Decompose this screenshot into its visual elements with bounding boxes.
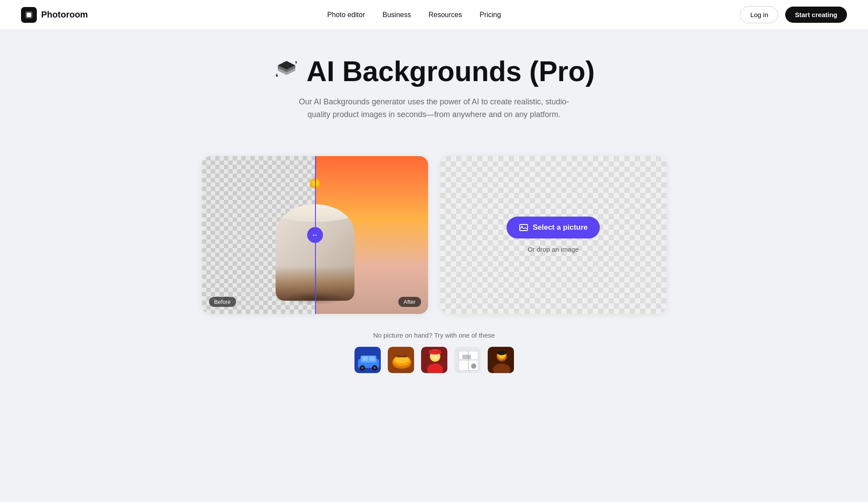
thumbnail-person-image xyxy=(421,347,447,373)
nav-actions: Log in Start creating xyxy=(740,6,847,23)
logo-text: Photoroom xyxy=(41,10,88,20)
thumbnail-design[interactable] xyxy=(453,346,482,374)
svg-point-45 xyxy=(497,351,506,355)
navbar: Photoroom Photo editor Business Resource… xyxy=(0,0,868,30)
thumbnail-car[interactable] xyxy=(354,346,382,374)
before-after-inner: ↔ Before After xyxy=(202,156,428,314)
svg-rect-11 xyxy=(520,224,528,231)
drop-label: Or drop an image xyxy=(528,246,579,253)
hero-subtitle: Our AI Backgrounds generator uses the po… xyxy=(298,96,570,121)
svg-point-25 xyxy=(395,356,409,363)
svg-point-19 xyxy=(361,367,364,369)
svg-rect-17 xyxy=(369,356,375,361)
logo-icon xyxy=(21,7,37,23)
nav-link-photo-editor[interactable]: Photo editor xyxy=(327,11,365,19)
select-picture-label: Select a picture xyxy=(533,223,588,232)
after-label: After xyxy=(398,297,421,307)
svg-point-21 xyxy=(373,367,376,369)
thumbnail-car-image xyxy=(354,347,381,373)
svg-rect-33 xyxy=(429,350,441,354)
nav-link-pricing[interactable]: Pricing xyxy=(479,11,501,19)
svg-rect-1 xyxy=(27,13,31,17)
start-creating-button[interactable]: Start creating xyxy=(785,7,847,23)
nav-link-resources[interactable]: Resources xyxy=(429,11,462,19)
thumbnail-food-image xyxy=(388,347,414,373)
before-after-panel: ↔ Before After xyxy=(202,156,428,314)
thumbnail-design-image xyxy=(454,347,481,373)
login-button[interactable]: Log in xyxy=(740,6,778,23)
thumbnail-food[interactable] xyxy=(387,346,415,374)
logo[interactable]: Photoroom xyxy=(21,7,88,23)
upload-panel[interactable]: Select a picture Or drop an image xyxy=(440,156,666,314)
thumbnails-row xyxy=(9,346,859,374)
thumbnail-portrait-image xyxy=(488,347,514,373)
main-content: ↔ Before After Select a picture Or drop … xyxy=(193,156,675,314)
page-title: AI Backgrounds (Pro) xyxy=(307,56,595,87)
before-label: Before xyxy=(209,297,236,307)
svg-point-6 xyxy=(295,62,297,64)
svg-rect-38 xyxy=(462,355,471,359)
thumbnail-person[interactable] xyxy=(420,346,448,374)
upload-content: Select a picture Or drop an image xyxy=(507,217,600,253)
svg-point-39 xyxy=(471,363,476,369)
svg-rect-16 xyxy=(362,356,368,361)
nav-links: Photo editor Business Resources Pricing xyxy=(327,11,501,19)
image-icon xyxy=(519,223,528,232)
select-picture-button[interactable]: Select a picture xyxy=(507,217,600,239)
hero-title-row: AI Backgrounds (Pro) xyxy=(9,56,859,87)
thumbnails-hint: No picture on hand? Try with one of thes… xyxy=(9,331,859,339)
thumbnails-section: No picture on hand? Try with one of thes… xyxy=(0,331,868,400)
hero-section: AI Backgrounds (Pro) Our AI Backgrounds … xyxy=(0,30,868,156)
svg-rect-27 xyxy=(399,352,404,356)
layers-icon xyxy=(273,57,300,85)
thumbnail-portrait[interactable] xyxy=(487,346,515,374)
comparison-handle[interactable]: ↔ xyxy=(307,227,323,243)
nav-link-business[interactable]: Business xyxy=(383,11,411,19)
